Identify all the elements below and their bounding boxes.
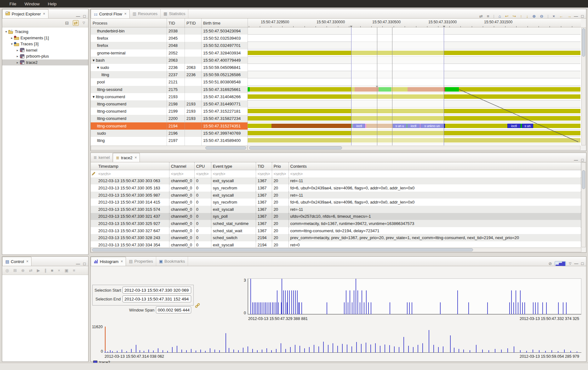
filter-cell[interactable]: <srch>	[97, 170, 169, 177]
control-refresh-icon[interactable]: ⇄	[29, 268, 32, 273]
process-row-2175[interactable]: lttng-sessiond217515:50:47.316925661	[91, 86, 248, 93]
event-row[interactable]: 2012-03-13 15:50:47.330 321 437channel0_…	[91, 213, 581, 220]
event-row[interactable]: 2012-03-13 15:50:47.330 325 927channel0_…	[91, 220, 581, 227]
close-icon[interactable]: ×	[121, 259, 123, 264]
maximize-icon[interactable]: □	[581, 261, 584, 266]
up-icon[interactable]: ↑	[520, 14, 522, 18]
state-segment[interactable]	[533, 124, 580, 128]
back-icon[interactable]: ←	[559, 14, 563, 18]
tree-item-tracing[interactable]: ▾TTracing	[2, 29, 88, 35]
close-icon[interactable]: ×	[26, 259, 28, 264]
event-row[interactable]: 2012-03-13 15:50:47.330 305 987channel0_…	[91, 192, 581, 199]
state-segment[interactable]: s un	[522, 124, 533, 128]
selection-range-overlay[interactable]	[351, 27, 444, 145]
window-span-input[interactable]	[156, 306, 191, 313]
link-selection-icon[interactable]	[195, 303, 200, 309]
state-segment[interactable]	[250, 87, 355, 92]
maximize-icon[interactable]: □	[581, 158, 584, 162]
process-row-2038[interactable]: thunderbird-bin203815:50:47.503423094	[91, 27, 248, 35]
view-menu-icon[interactable]: ▽	[569, 262, 571, 265]
menu-file[interactable]: File	[9, 2, 16, 6]
tree-item-traces-3-[interactable]: ▾Traces [3]	[2, 41, 88, 47]
control-pause-icon[interactable]: ∥	[44, 268, 47, 273]
process-row-2052[interactable]: gnome-terminal205215:50:47.328403934	[91, 49, 248, 57]
align-views-icon[interactable]: ⇄	[479, 14, 483, 18]
previous-event-icon[interactable]: ↩	[505, 14, 509, 18]
follow-cpu-icon[interactable]: ×	[553, 14, 555, 18]
tab-trace2[interactable]: ≣ trace2 ×	[113, 153, 140, 162]
chevron-down-icon[interactable]: ▾	[4, 30, 8, 33]
chevron-right-icon[interactable]: ▸	[15, 48, 20, 52]
menu-help[interactable]: Help	[48, 2, 57, 6]
state-segment[interactable]	[445, 87, 459, 92]
state-segment[interactable]	[248, 87, 250, 92]
tab-bookmarks[interactable]: ▣ Bookmarks	[156, 257, 188, 266]
next-event-icon[interactable]: ↪	[512, 14, 516, 18]
close-icon[interactable]: ×	[43, 12, 45, 16]
new-connection-icon[interactable]: ◎	[5, 268, 9, 273]
maximize-icon[interactable]: □	[83, 262, 86, 266]
event-row[interactable]: 2012-03-13 15:50:47.330 328 243channel0_…	[91, 234, 581, 241]
tab-resources[interactable]: ▥ Resources	[130, 9, 161, 18]
tab-project-explorer[interactable]: Project Explorer ×	[2, 9, 49, 18]
process-row-2193[interactable]: ▾ lttng-consumerd219315:50:47.314046266	[91, 93, 248, 100]
bar-chart-toggle-icon[interactable]: ▂▅▇	[555, 261, 566, 266]
tab-kernel[interactable]: ≣ kernel	[91, 153, 113, 162]
maximize-icon[interactable]: □	[83, 14, 86, 18]
filter-cell[interactable]: <srch>	[211, 170, 256, 177]
col-ptid[interactable]: PTID	[185, 19, 201, 27]
state-segment[interactable]	[459, 87, 580, 92]
events-col-channel[interactable]: Channel	[169, 162, 195, 170]
process-row-2196[interactable]: sudo219615:50:47.399740769	[91, 130, 248, 137]
link-with-editor-icon[interactable]: ⇄	[73, 20, 79, 26]
tab-statistics[interactable]: ▦ Statistics	[161, 9, 188, 18]
view-menu-icon[interactable]: ▽	[83, 21, 85, 25]
tree-item-trace2[interactable]: ▸trace2	[2, 59, 88, 66]
control-destroy-icon[interactable]: ×	[58, 268, 60, 273]
event-row[interactable]: 2012-03-13 15:50:47.330 303 063channel0_…	[91, 177, 581, 185]
full-histogram[interactable]	[104, 327, 581, 353]
forward-icon[interactable]: →	[567, 14, 571, 18]
tab-control-flow[interactable]: ⚏ Control Flow ×	[91, 9, 130, 18]
event-row[interactable]: 2012-03-13 15:50:47.330 334 354channel0_…	[91, 241, 581, 247]
events-hscrollbar[interactable]	[91, 248, 581, 252]
close-icon[interactable]: ×	[134, 155, 137, 160]
time-axis[interactable]: 15:50:47.32950015:50:47.33000015:50:47.3…	[248, 19, 580, 27]
process-row-2063[interactable]: ▾ bash206315:50:47.400779449	[91, 57, 248, 64]
events-col-event-type[interactable]: Event type	[211, 162, 256, 170]
events-vscrollbar[interactable]	[581, 162, 586, 247]
selection-end-input[interactable]	[123, 295, 191, 302]
chevron-right-icon[interactable]: ▸	[15, 61, 20, 64]
state-segment[interactable]: ioctl	[507, 124, 521, 128]
window-marker[interactable]	[105, 327, 106, 353]
filter-cell[interactable]: <srch>	[195, 170, 211, 177]
filter-cell[interactable]: <srch>	[272, 170, 289, 177]
down-icon[interactable]: ↓	[526, 14, 528, 18]
minimize-icon[interactable]: —	[76, 14, 80, 18]
collapse-all-icon[interactable]: ⊟	[65, 21, 69, 25]
maximize-icon[interactable]: □	[581, 14, 584, 18]
chevron-right-icon[interactable]: ▸	[15, 54, 20, 58]
tree-item-prboom-plus[interactable]: ▸prboom-plus	[2, 53, 88, 59]
process-row-2048[interactable]: firefox204815:50:52.032497701	[91, 42, 248, 49]
col-tid[interactable]: TID	[167, 19, 185, 27]
process-row-2045[interactable]: firefox204515:50:52.032539403	[91, 35, 248, 42]
tree-item-experiments-1-[interactable]: ▸Experiments [1]	[2, 35, 88, 41]
selection-start-input[interactable]	[123, 287, 191, 294]
process-row-2199[interactable]: lttng-consumerd2199219315:50:47.31522718…	[91, 108, 248, 115]
window-histogram[interactable]	[248, 278, 581, 315]
chevron-right-icon[interactable]: ▸	[10, 36, 14, 40]
tab-properties[interactable]: ▤ Properties	[126, 257, 156, 266]
hide-lost-events-icon[interactable]: ⊘	[549, 261, 552, 266]
state-segment[interactable]	[248, 124, 271, 128]
filter-pencil-icon[interactable]	[91, 170, 97, 177]
control-delete-icon[interactable]: ⊗	[21, 268, 25, 273]
events-filter-row[interactable]: <srch><srch><srch><srch><srch><srch><src…	[91, 170, 581, 177]
event-row[interactable]: 2012-03-13 15:50:47.330 327 647channel0_…	[91, 227, 581, 234]
col-birth[interactable]: Birth time	[201, 19, 248, 27]
tree-item-kernel[interactable]: ▸kernel	[2, 47, 88, 53]
zoom-in-icon[interactable]: ⊕	[532, 14, 536, 18]
show-legend-icon[interactable]: ≡	[487, 14, 489, 18]
event-row[interactable]: 2012-03-13 15:50:47.330 314 415channel0_…	[91, 199, 581, 206]
events-col-cpu[interactable]: CPU	[195, 162, 211, 170]
